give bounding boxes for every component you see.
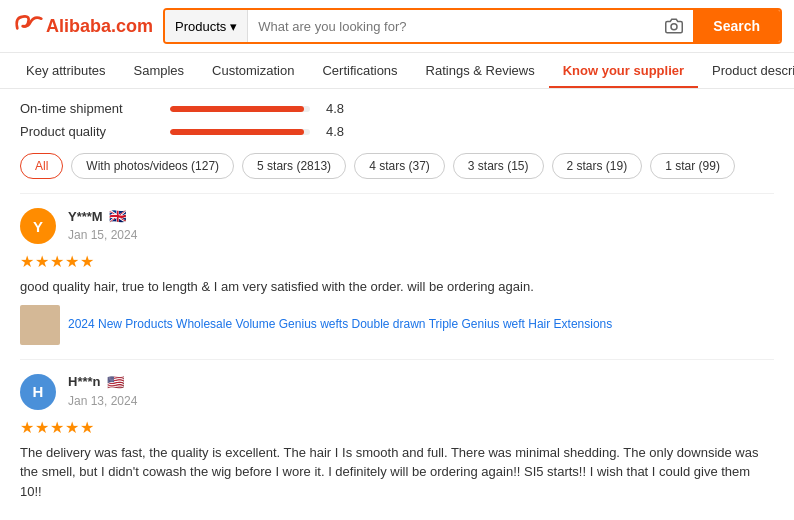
product-quality-row: Product quality 4.8 [20, 124, 774, 139]
review-card-1: Y Y***M 🇬🇧 Jan 15, 2024 ★ ★ ★ ★ ★ good q… [20, 193, 774, 359]
header: Alibaba.com Products ▾ Search [0, 0, 794, 53]
alibaba-logo-icon [12, 10, 44, 43]
star-1-3: ★ [50, 252, 64, 271]
reviewer-info-1: Y***M 🇬🇧 Jan 15, 2024 [68, 208, 774, 242]
search-category-dropdown[interactable]: Products ▾ [165, 10, 248, 42]
star-2-1: ★ [20, 418, 34, 437]
search-button[interactable]: Search [693, 10, 780, 42]
review-text-1: good quality hair, true to length & I am… [20, 277, 774, 297]
filter-pills: All With photos/videos (127) 5 stars (28… [20, 153, 774, 179]
review-date-2: Jan 13, 2024 [68, 394, 137, 408]
on-time-shipment-bar [170, 106, 310, 112]
filter-1-star[interactable]: 1 star (99) [650, 153, 735, 179]
star-1-2: ★ [35, 252, 49, 271]
filter-2-stars[interactable]: 2 stars (19) [552, 153, 643, 179]
review-card-2: H H***n 🇺🇸 Jan 13, 2024 ★ ★ ★ ★ ★ The de… [20, 359, 774, 521]
product-quality-fill [170, 129, 304, 135]
chevron-down-icon: ▾ [230, 19, 237, 34]
tab-product-description[interactable]: Product descri... [698, 53, 794, 88]
stars-2: ★ ★ ★ ★ ★ [20, 418, 774, 437]
review-header-2: H H***n 🇺🇸 Jan 13, 2024 [20, 374, 774, 410]
reviewer-name-row-2: H***n 🇺🇸 [68, 374, 774, 390]
reviewer-name-1: Y***M [68, 209, 103, 224]
product-thumb-1 [20, 305, 60, 345]
star-1-5: ★ [80, 252, 94, 271]
logo-text: Alibaba.com [46, 16, 153, 37]
search-input[interactable] [248, 10, 655, 42]
filter-5-stars[interactable]: 5 stars (2813) [242, 153, 346, 179]
on-time-shipment-value: 4.8 [326, 101, 344, 116]
reviewer-name-row-1: Y***M 🇬🇧 [68, 208, 774, 224]
on-time-shipment-row: On-time shipment 4.8 [20, 101, 774, 116]
logo[interactable]: Alibaba.com [12, 10, 153, 43]
product-quality-label: Product quality [20, 124, 160, 139]
filter-4-stars[interactable]: 4 stars (37) [354, 153, 445, 179]
search-category-label: Products [175, 19, 226, 34]
tab-ratings-reviews[interactable]: Ratings & Reviews [412, 53, 549, 88]
star-2-5: ★ [80, 418, 94, 437]
tab-samples[interactable]: Samples [120, 53, 199, 88]
tab-certifications[interactable]: Certifications [308, 53, 411, 88]
reviewer-flag-1: 🇬🇧 [109, 208, 126, 224]
star-2-4: ★ [65, 418, 79, 437]
star-1-1: ★ [20, 252, 34, 271]
star-2-3: ★ [50, 418, 64, 437]
filter-photos-videos[interactable]: With photos/videos (127) [71, 153, 234, 179]
main-content: On-time shipment 4.8 Product quality 4.8… [0, 89, 794, 520]
reviewer-name-2: H***n [68, 374, 101, 389]
stars-1: ★ ★ ★ ★ ★ [20, 252, 774, 271]
star-2-2: ★ [35, 418, 49, 437]
filter-3-stars[interactable]: 3 stars (15) [453, 153, 544, 179]
camera-search-icon[interactable] [655, 10, 693, 42]
tab-key-attributes[interactable]: Key attributes [12, 53, 120, 88]
reviewer-flag-2: 🇺🇸 [107, 374, 124, 390]
on-time-shipment-fill [170, 106, 304, 112]
star-1-4: ★ [65, 252, 79, 271]
product-link-row-1: 2024 New Products Wholesale Volume Geniu… [20, 305, 774, 345]
product-quality-bar [170, 129, 310, 135]
tab-know-your-supplier[interactable]: Know your supplier [549, 53, 698, 88]
product-quality-value: 4.8 [326, 124, 344, 139]
filter-all[interactable]: All [20, 153, 63, 179]
review-date-1: Jan 15, 2024 [68, 228, 137, 242]
on-time-shipment-label: On-time shipment [20, 101, 160, 116]
reviewer-info-2: H***n 🇺🇸 Jan 13, 2024 [68, 374, 774, 408]
svg-point-0 [671, 24, 677, 30]
review-text-2: The delivery was fast, the quality is ex… [20, 443, 774, 502]
search-bar: Products ▾ Search [163, 8, 782, 44]
review-header-1: Y Y***M 🇬🇧 Jan 15, 2024 [20, 208, 774, 244]
nav-tabs: Key attributes Samples Customization Cer… [0, 53, 794, 89]
avatar-2: H [20, 374, 56, 410]
avatar-1: Y [20, 208, 56, 244]
tab-customization[interactable]: Customization [198, 53, 308, 88]
product-link-1[interactable]: 2024 New Products Wholesale Volume Geniu… [68, 316, 612, 333]
